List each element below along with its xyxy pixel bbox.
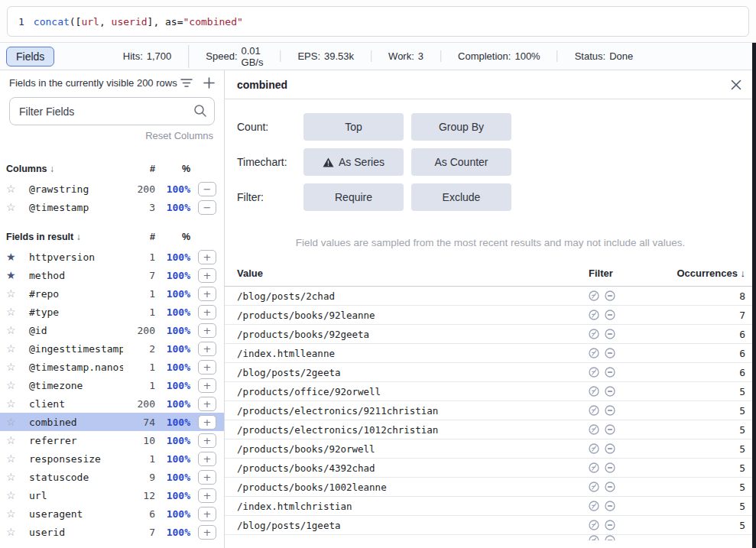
field-row[interactable]: statuscode9100%+ [0,468,224,486]
add-column-button[interactable]: + [198,470,216,485]
star-icon[interactable] [6,398,23,409]
action-button-primary[interactable]: Require [303,183,404,211]
filter-fields-input[interactable] [9,97,215,125]
field-row[interactable]: client200100%+ [0,394,224,413]
filter-include-icon[interactable] [589,501,599,511]
star-icon[interactable] [6,472,23,482]
action-button-secondary[interactable]: As Counter [411,148,511,176]
filter-exclude-icon[interactable] [605,310,615,320]
add-column-button[interactable]: + [198,397,216,411]
field-row[interactable]: @timestamp.nanos1100%+ [0,358,224,376]
field-row[interactable]: #type1100%+ [0,303,224,321]
star-icon[interactable] [6,306,23,317]
action-button-secondary[interactable]: Exclude [411,183,511,211]
filter-exclude-icon[interactable] [605,443,615,454]
add-column-button[interactable]: + [198,305,216,319]
star-icon[interactable] [6,362,23,372]
column-field-row[interactable]: @timestamp3100%− [0,198,224,216]
columns-section-header[interactable]: Columns ↓ # % [0,162,224,176]
filter-exclude-icon[interactable] [605,462,615,473]
field-row[interactable]: responsesize1100%+ [0,449,224,468]
field-row[interactable]: httpversion1100%+ [0,248,224,266]
add-column-button[interactable]: + [198,250,216,264]
occurrences-cell: 7 [657,310,745,321]
add-column-button[interactable]: + [198,287,216,301]
field-row[interactable]: #repo1100%+ [0,284,224,303]
filter-include-icon[interactable] [589,482,599,492]
fields-toggle-button[interactable]: Fields [6,47,54,66]
add-column-button[interactable]: + [198,378,216,393]
star-icon[interactable] [6,288,23,299]
filter-exclude-icon[interactable] [605,535,615,540]
filter-exclude-icon[interactable] [605,501,615,511]
filter-lines-icon[interactable] [180,78,193,88]
field-row[interactable]: combined74100%+ [0,413,224,431]
filter-exclude-icon[interactable] [605,520,615,530]
add-column-button[interactable]: + [198,525,216,540]
filter-include-icon[interactable] [589,290,599,301]
filter-exclude-icon[interactable] [605,348,615,358]
remove-column-button[interactable]: − [198,200,216,215]
filter-exclude-icon[interactable] [605,482,615,492]
filter-exclude-icon[interactable] [605,424,615,435]
field-row[interactable]: @ingesttimestamp2100%+ [0,339,224,358]
reset-columns-link[interactable]: Reset Columns [145,130,213,141]
filter-include-icon[interactable] [589,520,599,530]
star-icon[interactable] [6,270,23,280]
filter-include-icon[interactable] [589,535,599,540]
remove-column-button[interactable]: − [198,182,216,196]
close-icon[interactable] [730,79,742,91]
add-field-icon[interactable] [203,77,215,89]
add-column-button[interactable]: + [198,268,216,283]
add-column-button[interactable]: + [198,507,216,521]
star-icon[interactable] [6,527,23,537]
right-edge-panel[interactable] [752,43,756,548]
filter-exclude-icon[interactable] [605,329,615,339]
star-icon[interactable] [6,417,23,427]
add-column-button[interactable]: + [198,415,216,430]
filter-exclude-icon[interactable] [605,290,615,301]
query-editor[interactable]: 1 concat([url, userid], as="combined" [7,6,749,37]
star-icon[interactable] [6,453,23,464]
field-row[interactable]: @timezone1100%+ [0,376,224,394]
star-icon[interactable] [6,183,23,194]
filter-include-icon[interactable] [589,462,599,473]
filter-include-icon[interactable] [589,405,599,416]
action-button-primary[interactable]: As Series [303,148,404,176]
add-column-button[interactable]: + [198,452,216,466]
filter-exclude-icon[interactable] [605,386,615,397]
star-icon[interactable] [6,343,23,354]
star-icon[interactable] [6,435,23,446]
add-column-button[interactable]: + [198,342,216,356]
star-icon[interactable] [6,202,23,212]
add-column-button[interactable]: + [198,360,216,375]
occurrences-column-header[interactable]: Occurrences ↓ [657,268,745,279]
filter-include-icon[interactable] [589,310,599,320]
filter-include-icon[interactable] [589,386,599,397]
star-icon[interactable] [6,508,23,519]
fields-result-section-header[interactable]: Fields in result ↓ # % [0,230,224,244]
star-icon[interactable] [6,325,23,336]
field-row[interactable]: useragent6100%+ [0,504,224,523]
field-row[interactable]: method7100%+ [0,266,224,284]
star-icon[interactable] [6,490,23,501]
filter-include-icon[interactable] [589,367,599,378]
filter-exclude-icon[interactable] [605,367,615,378]
field-row[interactable]: referrer10100%+ [0,431,224,449]
action-button-primary[interactable]: Top [303,113,404,141]
filter-exclude-icon[interactable] [605,405,615,416]
field-row[interactable]: userid7100%+ [0,523,224,541]
column-field-row[interactable]: @rawstring200100%− [0,180,224,198]
add-column-button[interactable]: + [198,323,216,338]
filter-include-icon[interactable] [589,424,599,435]
action-button-secondary[interactable]: Group By [411,113,511,141]
star-icon[interactable] [6,251,23,262]
add-column-button[interactable]: + [198,433,216,448]
star-icon[interactable] [6,380,23,391]
filter-include-icon[interactable] [589,348,599,358]
field-row[interactable]: @id200100%+ [0,321,224,339]
filter-include-icon[interactable] [589,329,599,339]
filter-include-icon[interactable] [589,443,599,454]
field-row[interactable]: url12100%+ [0,486,224,504]
add-column-button[interactable]: + [198,488,216,503]
